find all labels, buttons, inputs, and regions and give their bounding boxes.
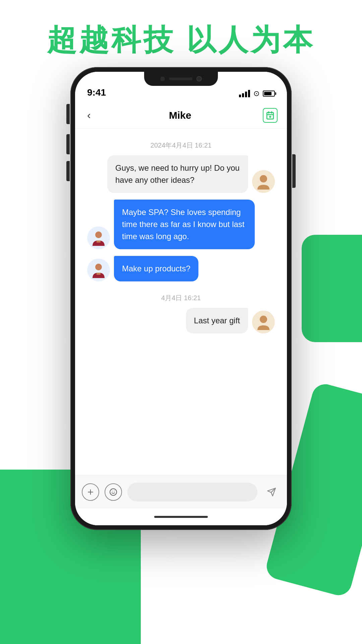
phone-wrapper: 9:41 ⊙ ‹ Mike <box>70 67 292 530</box>
battery-fill <box>264 92 272 95</box>
send-button[interactable] <box>263 483 280 501</box>
notch-sensor <box>160 76 165 81</box>
avatar-tan-1 <box>252 170 275 193</box>
notch <box>144 72 218 86</box>
avatar-tan-2 <box>252 311 275 333</box>
svg-point-11 <box>260 316 267 323</box>
signal-bar-2 <box>242 93 244 97</box>
chat-header: ‹ Mike <box>75 102 287 129</box>
timestamp-2: 4月4日 16:21 <box>83 293 279 303</box>
svg-rect-10 <box>97 273 101 275</box>
bubble-4: Last year gift <box>186 308 248 333</box>
phone-screen: 9:41 ⊙ ‹ Mike <box>75 72 287 525</box>
avatar-figure <box>255 173 272 190</box>
calendar-add-button[interactable] <box>263 108 278 123</box>
avatar-figure-4 <box>255 313 272 331</box>
battery-icon <box>263 91 275 97</box>
input-bar <box>75 475 287 508</box>
message-row-2: Maybe SPA? She loves spending time there… <box>83 200 279 249</box>
message-input[interactable] <box>127 483 257 501</box>
phone-frame: 9:41 ⊙ ‹ Mike <box>70 67 292 530</box>
message-row-4: Last year gift <box>83 308 279 333</box>
page-title: 超越科技 以人为本 <box>0 20 362 60</box>
status-icons: ⊙ <box>239 89 275 98</box>
wifi-icon: ⊙ <box>253 89 259 98</box>
send-icon <box>267 487 276 497</box>
emoji-button[interactable] <box>105 483 122 501</box>
status-bar: 9:41 ⊙ <box>75 72 287 102</box>
bubble-2: Maybe SPA? She loves spending time there… <box>114 200 255 249</box>
avatar-shirt-2 <box>87 259 110 281</box>
svg-rect-8 <box>97 240 101 243</box>
add-button[interactable] <box>82 483 99 501</box>
timestamp-1: 2024年4月4日 16:21 <box>83 141 279 150</box>
signal-bar-4 <box>248 90 250 97</box>
calendar-add-icon <box>266 111 275 120</box>
signal-bar-3 <box>245 92 247 97</box>
bubble-1: Guys, we need to hurry up! Do you have a… <box>107 155 248 193</box>
notch-speaker <box>169 77 192 80</box>
svg-point-14 <box>110 489 117 495</box>
home-indicator <box>75 508 287 525</box>
back-button[interactable]: ‹ <box>84 106 94 124</box>
home-bar <box>154 516 208 518</box>
avatar-shirt-1 <box>87 226 110 249</box>
message-row-1: Guys, we need to hurry up! Do you have a… <box>83 155 279 193</box>
plus-icon <box>86 488 95 496</box>
signal-bar-1 <box>239 95 241 97</box>
avatar-figure-2 <box>90 229 107 247</box>
svg-point-6 <box>260 175 267 182</box>
emoji-icon <box>109 488 117 496</box>
message-row-3: Make up products? <box>83 256 279 281</box>
notch-camera <box>196 76 202 82</box>
avatar-figure-3 <box>90 261 107 279</box>
bg-shape-top-right <box>302 235 362 342</box>
bubble-3: Make up products? <box>114 256 198 281</box>
svg-point-9 <box>95 264 102 270</box>
chat-messages: 2024年4月4日 16:21 Guys, we need to hurry u… <box>75 129 287 475</box>
signal-bars <box>239 90 250 97</box>
chat-title: Mike <box>98 110 263 121</box>
svg-point-7 <box>95 231 102 238</box>
status-time: 9:41 <box>87 87 106 98</box>
